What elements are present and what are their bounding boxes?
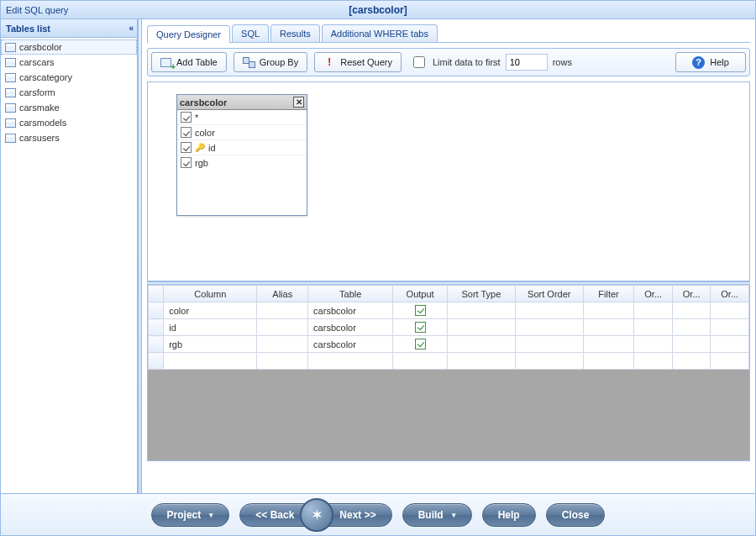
add-table-button[interactable]: Add Table <box>151 52 227 72</box>
cell-empty[interactable] <box>308 353 393 370</box>
footer-help-button[interactable]: Help <box>482 503 536 527</box>
cell-empty[interactable] <box>257 353 308 370</box>
build-button[interactable]: Build▾ <box>402 503 472 527</box>
field-row[interactable]: color <box>177 125 307 140</box>
sidebar-item-label: carscars <box>19 57 55 67</box>
cell-empty[interactable] <box>447 336 515 353</box>
output-check-icon[interactable] <box>415 322 426 333</box>
row-header[interactable] <box>149 319 164 336</box>
table-row[interactable]: colorcarsbcolor <box>149 302 749 319</box>
field-checkbox[interactable] <box>181 127 192 138</box>
cell-empty[interactable] <box>447 302 515 319</box>
close-button[interactable]: Close <box>546 503 606 527</box>
sidebar-item-label: carsform <box>19 87 55 97</box>
tab-sql[interactable]: SQL <box>232 24 269 42</box>
cell-table[interactable]: carsbcolor <box>308 319 393 336</box>
cell-empty[interactable] <box>515 319 583 336</box>
cell-empty[interactable] <box>583 353 634 370</box>
cell-alias[interactable] <box>257 302 308 319</box>
field-row[interactable]: * <box>177 110 307 125</box>
sidebar-item-carsbcolor[interactable]: carsbcolor <box>1 39 137 55</box>
close-icon[interactable]: ✕ <box>293 97 304 108</box>
limit-checkbox[interactable] <box>413 56 425 68</box>
cell-column[interactable]: id <box>164 319 257 336</box>
cell-empty[interactable] <box>515 302 583 319</box>
cell-empty[interactable] <box>583 319 634 336</box>
cell-empty[interactable] <box>447 353 515 370</box>
cell-empty[interactable] <box>634 353 673 370</box>
cell-empty[interactable] <box>447 319 515 336</box>
group-by-button[interactable]: Group By <box>234 52 307 72</box>
column-header[interactable]: Output <box>393 286 448 302</box>
cell-table[interactable]: carsbcolor <box>308 302 393 319</box>
help-button[interactable]: ? Help <box>675 52 746 72</box>
cell-empty[interactable] <box>672 319 711 336</box>
cell-empty[interactable] <box>515 353 583 370</box>
column-header[interactable]: Filter <box>583 286 634 302</box>
limit-input[interactable] <box>506 54 548 71</box>
cell-empty[interactable] <box>672 353 711 370</box>
column-header[interactable]: Column <box>164 286 257 302</box>
cell-empty[interactable] <box>393 353 448 370</box>
diagram-area[interactable]: carsbcolor ✕ *color🔑idrgb <box>147 81 750 281</box>
project-label: Project <box>167 509 202 521</box>
table-row-empty[interactable] <box>149 353 749 370</box>
row-header[interactable] <box>149 353 164 370</box>
cell-column[interactable]: color <box>164 302 257 319</box>
cell-empty[interactable] <box>634 302 673 319</box>
cell-empty[interactable] <box>711 302 749 319</box>
table-row[interactable]: idcarsbcolor <box>149 319 749 336</box>
tab-query-designer[interactable]: Query Designer <box>147 25 230 43</box>
cell-alias[interactable] <box>257 336 308 353</box>
collapse-sidebar-icon[interactable]: « <box>129 24 132 33</box>
project-button[interactable]: Project▾ <box>151 503 230 527</box>
field-checkbox[interactable] <box>181 112 192 123</box>
field-row[interactable]: rgb <box>177 155 307 170</box>
column-header[interactable]: Sort Type <box>447 286 515 302</box>
tab-results[interactable]: Results <box>270 24 320 42</box>
row-header[interactable] <box>149 336 164 353</box>
tab-additional-where-tabs[interactable]: Additional WHERE tabs <box>322 24 438 42</box>
sidebar-item-carscategory[interactable]: carscategory <box>1 70 137 85</box>
cell-output[interactable] <box>393 336 448 353</box>
cell-empty[interactable] <box>634 336 673 353</box>
column-header[interactable]: Or... <box>672 286 711 302</box>
cell-output[interactable] <box>393 319 448 336</box>
run-button[interactable]: ✶ <box>300 498 333 532</box>
cell-alias[interactable] <box>257 319 308 336</box>
table-window-header[interactable]: carsbcolor ✕ <box>177 95 307 110</box>
cell-empty[interactable] <box>711 353 749 370</box>
field-checkbox[interactable] <box>181 142 192 153</box>
sidebar-item-carsmake[interactable]: carsmake <box>1 100 137 115</box>
sidebar-item-carsusers[interactable]: carsusers <box>1 130 137 145</box>
cell-empty[interactable] <box>583 336 634 353</box>
cell-output[interactable] <box>393 302 448 319</box>
cell-empty[interactable] <box>672 302 711 319</box>
field-checkbox[interactable] <box>181 157 192 168</box>
sidebar-item-carscars[interactable]: carscars <box>1 55 137 70</box>
output-check-icon[interactable] <box>415 305 426 316</box>
column-header[interactable]: Or... <box>634 286 673 302</box>
column-header[interactable]: Alias <box>257 286 308 302</box>
output-check-icon[interactable] <box>415 339 426 349</box>
cell-table[interactable]: carsbcolor <box>308 336 393 353</box>
table-row[interactable]: rgbcarsbcolor <box>149 336 749 353</box>
row-header[interactable] <box>149 302 164 319</box>
criteria-grid[interactable]: ColumnAliasTableOutputSort TypeSort Orde… <box>148 285 749 370</box>
sidebar-item-carsmodels[interactable]: carsmodels <box>1 115 137 130</box>
cell-empty[interactable] <box>711 319 749 336</box>
cell-column[interactable]: rgb <box>164 336 257 353</box>
table-window[interactable]: carsbcolor ✕ *color🔑idrgb <box>176 94 307 216</box>
cell-empty[interactable] <box>711 336 749 353</box>
column-header[interactable]: Or... <box>711 286 749 302</box>
cell-empty[interactable] <box>634 319 673 336</box>
cell-empty[interactable] <box>583 302 634 319</box>
cell-empty[interactable] <box>515 336 583 353</box>
reset-query-button[interactable]: ! Reset Query <box>314 52 402 72</box>
cell-empty[interactable] <box>164 353 257 370</box>
column-header[interactable]: Sort Order <box>515 286 583 302</box>
column-header[interactable]: Table <box>308 286 393 302</box>
field-row[interactable]: 🔑id <box>177 140 307 155</box>
cell-empty[interactable] <box>672 336 711 353</box>
sidebar-item-carsform[interactable]: carsform <box>1 85 137 100</box>
